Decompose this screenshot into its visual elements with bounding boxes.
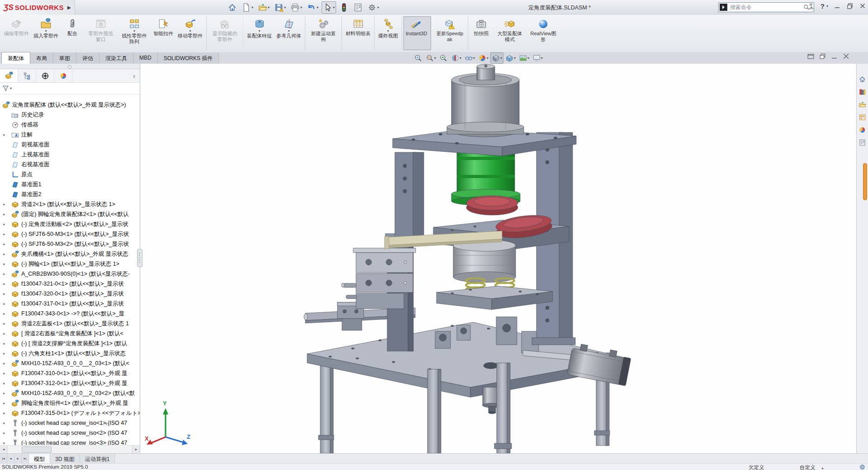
take-snapshot-button[interactable]: ▾ 拍快照 (470, 16, 493, 50)
realview-graphics-button[interactable]: ▾ RealView图形 (526, 16, 560, 50)
zoom-to-area-button[interactable]: ▾ (424, 52, 437, 64)
select-tool-button[interactable]: ▾ (322, 1, 336, 14)
custom-properties-tab[interactable] (859, 139, 866, 146)
dropdown-caret-icon[interactable]: ▾ (251, 5, 253, 9)
tab-scroll-next[interactable]: ▸ (14, 454, 22, 463)
minimize-button[interactable] (834, 2, 841, 9)
tab-display-manager[interactable] (54, 70, 72, 82)
tab-configuration-manager[interactable] (36, 70, 54, 82)
assembly-model[interactable] (140, 64, 856, 453)
insert-components-button[interactable]: ▾ 插入零部件 (31, 16, 61, 50)
expand-arrow-icon[interactable]: ▸ (3, 272, 5, 276)
view-orientation-button[interactable]: ▾ (490, 52, 503, 64)
dropdown-caret-icon[interactable]: ▾ (284, 5, 286, 9)
expand-arrow-icon[interactable]: ▸ (3, 441, 5, 445)
expand-arrow-icon[interactable]: ▸ (3, 431, 5, 435)
dropdown-caret-icon[interactable]: ▾ (189, 30, 191, 32)
tree-item[interactable]: ▸ 原点 (0, 169, 140, 179)
assembly-features-button[interactable]: ▾ 装配体特征 (245, 16, 274, 50)
expand-arrow-icon[interactable]: ▸ (3, 321, 5, 326)
tree-item[interactable]: ▸ (-) socket head cap screw_iso<3> (ISO … (0, 438, 140, 446)
expand-arrow-icon[interactable]: ▸ (3, 331, 5, 336)
zoom-fit-button[interactable]: ▾ (413, 52, 424, 64)
edit-component-button[interactable]: ▾ 编辑零部件 (2, 16, 31, 50)
doc-previous-window-icon[interactable] (807, 53, 815, 60)
tree-horizontal-scrollbar[interactable]: ◂ ▸ (0, 445, 140, 453)
help-button[interactable]: ? (821, 2, 825, 10)
tab-motion-study-1[interactable]: 运动算例1 (80, 454, 115, 463)
tab-sketch[interactable]: 草图 (53, 52, 76, 64)
tree-item[interactable]: ▸ F130047-315-0<1> (デフォルト<<デフォルト>_显 (0, 408, 140, 418)
scrollbar-thumb[interactable] (22, 446, 52, 453)
expand-arrow-icon[interactable]: ▸ (3, 262, 5, 266)
tab-mbd[interactable]: MBD (133, 52, 158, 64)
show-hidden-components-button[interactable]: ▾ 显示隐藏的零部件 (208, 16, 243, 50)
dropdown-caret-icon[interactable]: ▾ (288, 30, 289, 32)
tree-item[interactable]: ▸ (-) [ 滑道2支撐腳^定角度装配体 ]<1> (默认 (0, 338, 140, 348)
dropdown-caret-icon[interactable]: ▾ (268, 5, 270, 9)
tab-solidworks-addins[interactable]: SOLIDWORKS 插件 (158, 52, 219, 64)
search-scope-icon[interactable] (720, 4, 727, 11)
file-explorer-tab[interactable] (859, 101, 866, 108)
expand-arrow-icon[interactable]: ▸ (3, 132, 5, 137)
expand-arrow-icon[interactable]: ▸ (3, 202, 5, 207)
bill-of-materials-button[interactable]: ▾ 材料明细表 (343, 16, 375, 50)
instant3d-button[interactable]: ▾ Instant3D (403, 16, 431, 50)
component-preview-window-button[interactable]: ▾ 零部件预览窗口 (84, 16, 118, 50)
tree-item[interactable]: ▸ (-) 定角度活動板<2> (默认<<默认>_显示状 (0, 219, 140, 229)
filter-dropdown-icon[interactable]: ▾ (10, 86, 12, 90)
panel-edge-grip[interactable] (137, 249, 142, 267)
save-button[interactable]: ▾ (273, 1, 287, 14)
exploded-view-button[interactable]: ▾ 爆炸视图 (376, 16, 402, 50)
open-button[interactable]: ▾ (256, 1, 271, 14)
undo-button[interactable]: ▾ (305, 1, 320, 14)
tab-model[interactable]: 模型 (29, 454, 50, 463)
task-pane-scroll-indicator[interactable] (863, 163, 867, 200)
expand-arrow-icon[interactable]: ▸ (3, 212, 5, 216)
expand-arrow-icon[interactable]: ▸ (3, 351, 5, 356)
expand-arrow-icon[interactable]: ▸ (3, 421, 5, 425)
tree-item[interactable]: ▸ f130047-317-0<1> (默认<<默认>_显示状 (0, 299, 140, 309)
new-document-button[interactable]: ▾ (240, 1, 255, 14)
tree-item[interactable]: ▸ 夹爪機構<1> (默认<<默认>_外观 显示状态 (0, 249, 140, 259)
dropdown-caret-icon[interactable]: ▾ (460, 56, 461, 60)
rebuild-button[interactable]: ▾ (338, 1, 350, 14)
print-button[interactable]: ▾ (289, 1, 304, 14)
tab-layout[interactable]: 布局 (30, 52, 53, 64)
large-assembly-mode-button[interactable]: ▾ 大型装配体模式 (493, 16, 526, 50)
view-palette-tab[interactable] (859, 113, 866, 121)
tree-item[interactable]: ▸ 历史记录 (0, 110, 140, 120)
new-motion-study-button[interactable]: ▾ 新建运动算例 (307, 16, 342, 50)
tree-item[interactable]: ▸ (-) socket head cap screw_iso<1> (ISO … (0, 418, 140, 428)
graphics-area[interactable]: Y X Z (140, 64, 856, 453)
tree-item[interactable]: ▸ 脚輪定角度组件<1> (默认<<默认>_外观 显 (0, 398, 140, 408)
dropdown-caret-icon[interactable]: ▾ (487, 56, 489, 60)
tree-item[interactable]: ▸ 基准面1 (0, 179, 140, 189)
expand-arrow-icon[interactable]: ▸ (3, 252, 5, 256)
filter-icon[interactable] (2, 85, 9, 92)
doc-minimize-icon[interactable] (830, 53, 838, 60)
dropdown-caret-icon[interactable]: ▾ (258, 30, 260, 32)
close-button[interactable] (859, 2, 866, 9)
tree-item[interactable]: ▸ 滑道2左盖板<1> (默认<<默认>_显示状态 1 (0, 319, 140, 329)
expand-arrow-icon[interactable]: ▸ (3, 371, 5, 376)
tree-item[interactable]: ▸ (-) 六角支柱1<1> (默认<<默认>_显示状态 (0, 348, 140, 358)
tree-scroll-down-icon[interactable]: ▾ (105, 422, 108, 426)
file-properties-button[interactable]: ▾ (352, 1, 364, 14)
tree-item[interactable]: ▸ 传感器 (0, 120, 140, 130)
panel-splitter-handle[interactable] (0, 64, 140, 69)
tree-item[interactable]: ▸ F130047-312-0<1> (默认<<默认>_外观 显 (0, 378, 140, 388)
panel-flyout-arrow[interactable]: › (133, 72, 140, 80)
expand-arrow-icon[interactable]: ▸ (3, 401, 5, 405)
design-library-tab[interactable] (859, 88, 866, 96)
restore-button[interactable] (846, 2, 854, 9)
dropdown-caret-icon[interactable]: ▾ (434, 56, 436, 60)
expand-arrow-icon[interactable]: ▸ (3, 361, 5, 366)
tree-item[interactable]: ▸ f130047-321-0<1> (默认<<默认>_显示状 (0, 279, 140, 289)
dropdown-caret-icon[interactable]: ▾ (317, 5, 318, 9)
login-icon[interactable] (807, 2, 815, 10)
tree-item[interactable]: ▸ 基准面2 (0, 189, 140, 199)
apply-scene-button[interactable]: ▾ (517, 52, 531, 64)
section-view-button[interactable]: ▾ (450, 52, 463, 64)
tree-item[interactable]: ▸ (-) socket head cap screw_iso<2> (ISO … (0, 428, 140, 438)
